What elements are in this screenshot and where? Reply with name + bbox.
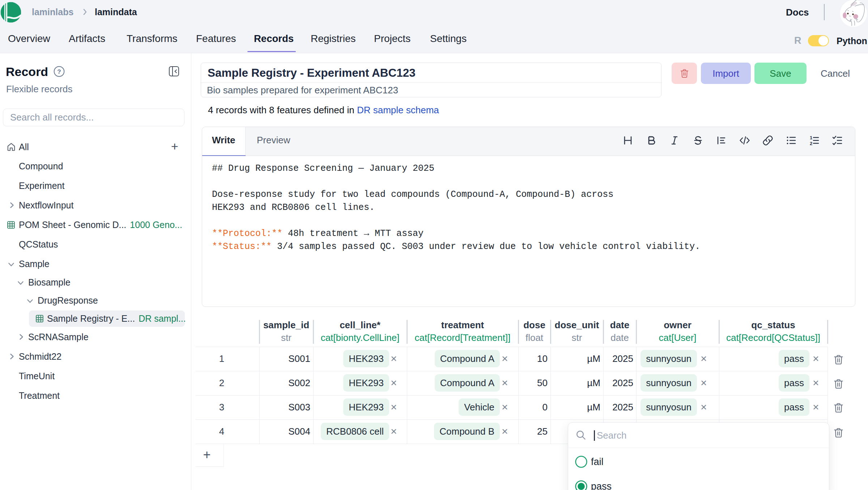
svg-text:1: 1	[810, 135, 812, 140]
svg-text:2: 2	[810, 141, 812, 146]
svg-text:?: ?	[57, 68, 61, 75]
